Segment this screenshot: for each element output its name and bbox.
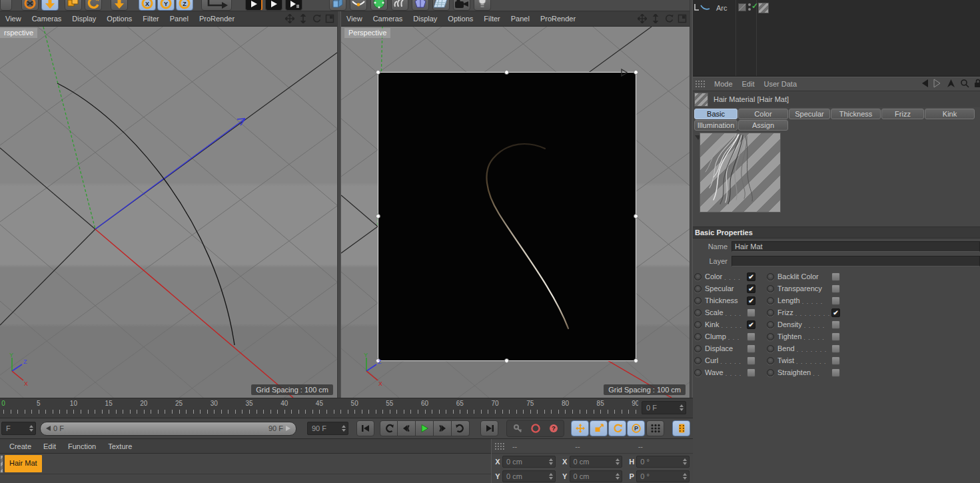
min-frame-stepper[interactable] — [29, 425, 33, 432]
checkbox-curl[interactable] — [747, 356, 755, 365]
record-active-objects-button[interactable] — [526, 420, 544, 436]
rotate-view-icon[interactable] — [311, 13, 321, 23]
history-forward-icon[interactable] — [931, 79, 942, 88]
material-preview[interactable] — [700, 133, 781, 213]
current-frame-field[interactable]: 0 F — [642, 401, 686, 414]
checkbox-straighten[interactable] — [831, 368, 840, 377]
animation-knob-icon[interactable] — [767, 297, 774, 304]
material-thumbnail-sliver[interactable] — [0, 455, 3, 473]
menu-right-panel[interactable]: Panel — [511, 15, 530, 23]
tab-kink[interactable]: Kink — [925, 109, 975, 119]
autokeying-button[interactable]: ? — [544, 420, 562, 436]
region-handle[interactable] — [376, 70, 380, 75]
add-generator-icon[interactable] — [391, 0, 408, 11]
tab-assign[interactable]: Assign — [738, 120, 788, 131]
animation-knob-icon[interactable] — [694, 297, 702, 304]
object-row-arc[interactable]: Arc — [693, 2, 728, 14]
lock-icon[interactable] — [974, 79, 980, 88]
enabled-check-icon[interactable]: ✓ — [751, 1, 758, 11]
tab-illumination[interactable]: Illumination — [694, 120, 737, 131]
add-camera-icon[interactable] — [453, 0, 470, 11]
coord-field-y[interactable]: 0 cm — [570, 470, 623, 482]
animation-knob-icon[interactable] — [694, 321, 702, 328]
region-handle[interactable] — [504, 70, 509, 75]
record-parameter-toggle[interactable]: P — [627, 420, 645, 436]
animation-knob-icon[interactable] — [767, 345, 774, 352]
add-cube-icon[interactable] — [329, 0, 346, 11]
move-down-icon[interactable] — [41, 0, 59, 11]
coord-field-x[interactable]: 0 cm — [570, 456, 623, 468]
toggle-panel-icon[interactable] — [324, 13, 334, 23]
animation-knob-icon[interactable] — [694, 357, 702, 364]
record-pla-toggle[interactable] — [646, 420, 664, 436]
mat-menu-create[interactable]: Create — [9, 442, 31, 450]
menu-right-filter[interactable]: Filter — [484, 15, 500, 23]
region-handle[interactable] — [634, 70, 638, 75]
checkbox-kink[interactable]: ✔ — [747, 320, 755, 329]
animation-knob-icon[interactable] — [694, 345, 702, 352]
pan-view-icon[interactable] — [637, 13, 647, 23]
coordinate-system-icon[interactable] — [201, 0, 232, 11]
panel-handle-icon[interactable] — [494, 442, 504, 450]
tab-specular[interactable]: Specular — [789, 109, 830, 119]
menu-right-view[interactable]: View — [346, 15, 362, 23]
menu-right-display[interactable]: Display — [413, 15, 437, 23]
search-icon[interactable] — [960, 79, 969, 88]
object-name[interactable]: Arc — [716, 4, 728, 12]
undo-icon[interactable] — [21, 0, 39, 11]
axis-z-lock-icon[interactable]: Z — [176, 0, 193, 11]
add-deformer-icon[interactable] — [370, 0, 388, 11]
tab-basic[interactable]: Basic — [694, 109, 737, 119]
min-frame-field[interactable]: F — [1, 422, 36, 435]
menu-left-view[interactable]: View — [5, 15, 21, 23]
mat-menu-edit[interactable]: Edit — [43, 442, 56, 450]
region-quality-marker[interactable] — [621, 69, 628, 77]
play-forwards-button[interactable] — [416, 420, 434, 436]
add-polygon-object-icon[interactable] — [412, 0, 429, 11]
checkbox-specular[interactable]: ✔ — [747, 284, 755, 293]
checkbox-backlit-color[interactable] — [831, 272, 840, 281]
play-backwards-button[interactable] — [380, 420, 398, 436]
menu-right-options[interactable]: Options — [448, 15, 473, 23]
menu-right-prorender[interactable]: ProRender — [540, 15, 576, 23]
record-scale-toggle[interactable] — [590, 420, 608, 436]
tab-frizz[interactable]: Frizz — [881, 109, 924, 119]
region-handle[interactable] — [504, 358, 509, 363]
tab-color[interactable]: Color — [738, 109, 788, 119]
checkbox-thickness[interactable]: ✔ — [747, 296, 755, 305]
viewport-left[interactable]: rspective Y Z X Grid Spacing : 100 cm — [0, 27, 337, 398]
menu-left-filter[interactable]: Filter — [143, 15, 159, 23]
checkbox-clump[interactable] — [747, 332, 755, 341]
checkbox-color[interactable]: ✔ — [747, 272, 755, 281]
timeline-ruler[interactable]: 051015202530354045505560657075808590 — [0, 398, 638, 418]
checkbox-tighten[interactable] — [831, 332, 840, 341]
checkbox-frizz[interactable]: ✔ — [831, 308, 840, 317]
toggle-panel-icon[interactable] — [677, 13, 687, 23]
animation-knob-icon[interactable] — [694, 285, 702, 292]
range-left-arrow-icon[interactable] — [46, 426, 51, 431]
axis-y-lock-icon[interactable]: Y — [157, 0, 175, 11]
axis-x-lock-icon[interactable]: X — [139, 0, 156, 11]
history-back-icon[interactable] — [920, 79, 931, 88]
viewport-label[interactable]: Perspective — [344, 28, 390, 38]
animation-knob-icon[interactable] — [694, 369, 702, 376]
rotate-view-icon[interactable] — [664, 13, 674, 23]
frame-stepper[interactable] — [680, 404, 684, 411]
next-frame-button[interactable] — [434, 420, 452, 436]
coord-field-x[interactable]: 0 cm — [502, 456, 556, 468]
layer-input[interactable] — [732, 256, 980, 266]
checkbox-scale[interactable] — [747, 308, 755, 317]
frame-range-slider[interactable]: 0 F 90 F — [40, 422, 296, 436]
animation-knob-icon[interactable] — [767, 357, 774, 364]
down-arrow-icon[interactable] — [111, 0, 128, 11]
viewport-right[interactable]: Perspective Y Z X Grid Spacing : 100 cm — [341, 27, 690, 398]
toolbar-button[interactable] — [0, 0, 12, 11]
render-view-icon[interactable] — [245, 0, 262, 11]
tab-thickness[interactable]: Thickness — [831, 109, 881, 119]
coord-field-y[interactable]: 0 cm — [502, 470, 556, 482]
region-handle[interactable] — [376, 214, 380, 219]
region-handle[interactable] — [634, 214, 638, 219]
mat-menu-function[interactable]: Function — [68, 442, 96, 450]
add-plane-icon[interactable] — [432, 0, 450, 11]
animation-knob-icon[interactable] — [767, 369, 774, 376]
